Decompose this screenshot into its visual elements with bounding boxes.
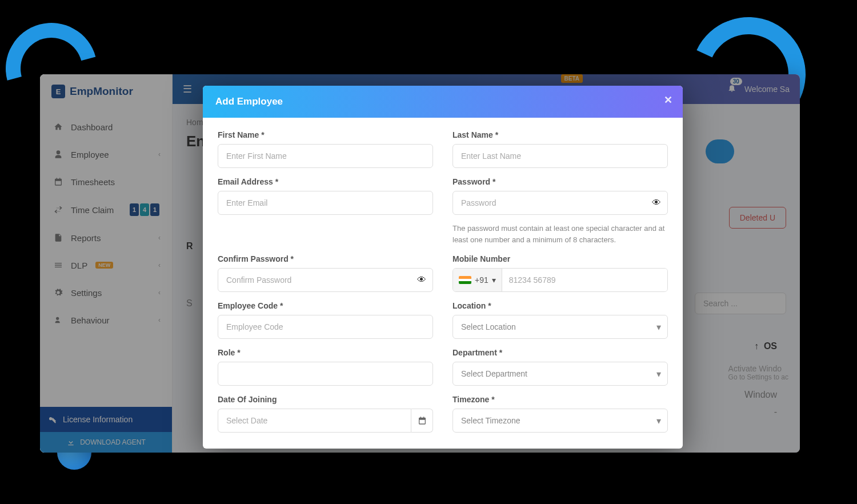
password-label: Password *	[452, 177, 668, 186]
confirm-password-label: Confirm Password *	[218, 254, 433, 263]
flag-icon	[459, 276, 471, 284]
location-select[interactable]: Select Location	[452, 315, 668, 339]
department-label: Department *	[452, 348, 668, 357]
password-input[interactable]	[452, 191, 668, 215]
last-name-input[interactable]	[452, 144, 668, 168]
close-icon[interactable]: ✕	[664, 94, 672, 106]
last-name-label: Last Name *	[452, 130, 668, 139]
eye-icon[interactable]: 👁	[652, 198, 661, 208]
doj-input[interactable]	[218, 409, 411, 433]
first-name-label: First Name *	[218, 130, 433, 139]
confirm-password-input[interactable]	[218, 268, 433, 292]
timezone-select[interactable]: Select Timezone	[452, 409, 668, 433]
mobile-label: Mobile Number	[452, 254, 668, 263]
email-label: Email Address *	[218, 177, 433, 186]
first-name-input[interactable]	[218, 144, 433, 168]
email-input[interactable]	[218, 191, 433, 215]
modal-header: Add Employee ✕	[203, 86, 683, 118]
department-select[interactable]: Select Department	[452, 362, 668, 386]
eye-icon[interactable]: 👁	[417, 275, 426, 285]
location-label: Location *	[452, 301, 668, 310]
mobile-input[interactable]	[502, 269, 667, 291]
role-input[interactable]	[218, 362, 433, 386]
country-code-selector[interactable]: +91 ▾	[453, 269, 502, 291]
role-label: Role *	[218, 348, 433, 357]
calendar-icon	[418, 416, 427, 425]
password-helper: The password must contain at least one s…	[452, 223, 668, 245]
employee-code-label: Employee Code *	[218, 301, 433, 310]
employee-code-input[interactable]	[218, 315, 433, 339]
calendar-button[interactable]	[411, 409, 433, 433]
timezone-label: Timezone *	[452, 395, 668, 404]
chevron-down-icon: ▾	[492, 275, 496, 285]
modal-title: Add Employee	[215, 96, 283, 107]
doj-label: Date Of Joining	[218, 395, 433, 404]
add-employee-modal: Add Employee ✕ First Name * Last Name * …	[203, 86, 683, 449]
